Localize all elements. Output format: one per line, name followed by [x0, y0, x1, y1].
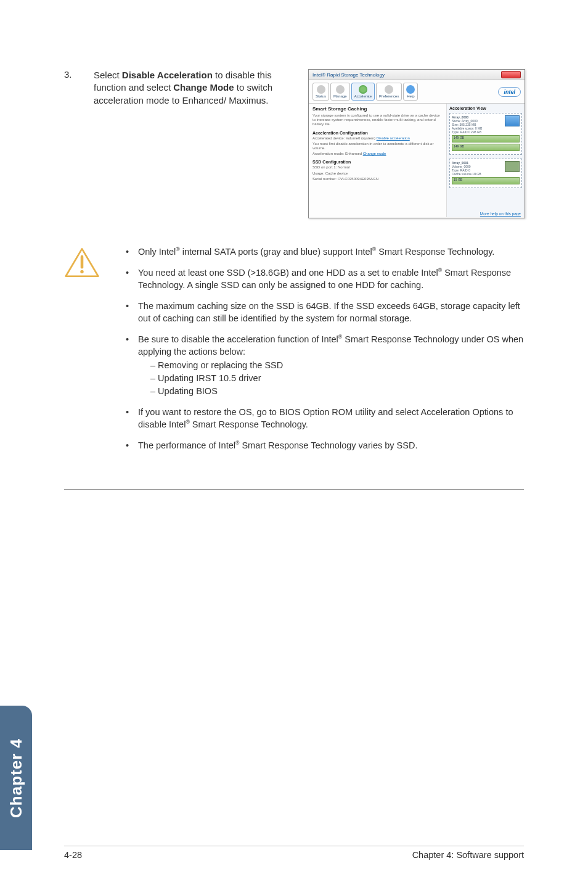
chapter-side-label: Chapter 4 [7, 738, 26, 818]
array0-bar2: 149 GB [452, 144, 520, 151]
note-item-3: The maximum caching size on the SSD is 6… [121, 300, 524, 324]
step-disable-label: Disable Acceleration [122, 70, 213, 80]
array1-bar: 19 GB [452, 177, 520, 184]
accel-mode-text: Acceleration mode: Enhanced [312, 152, 363, 155]
array1-cache: Cache volume 18 GB [452, 172, 520, 176]
tab-manage-label: Manage [333, 94, 347, 98]
ssd-config-heading: SSD Configuration [312, 160, 443, 164]
accel-mode-line: Acceleration mode: Enhanced Change mode [312, 152, 443, 156]
tab-help-label: Help [407, 94, 414, 98]
preferences-icon [385, 85, 393, 94]
note4-sublist: – Removing or replacing the SSD – Updati… [138, 359, 524, 397]
help-icon [406, 85, 415, 94]
note4-pre: Be sure to disable the acceleration func… [138, 334, 338, 344]
disable-acceleration-link[interactable]: Disable acceleration [377, 136, 410, 140]
chapter-side-tab: Chapter 4 [0, 706, 32, 850]
note-item-4: Be sure to disable the acceleration func… [121, 333, 524, 397]
array-0000-box: Array_0000 Name: Array_0000 Size: 305,23… [449, 113, 522, 155]
window-body: Smart Storage Caching Your storage syste… [309, 104, 525, 217]
status-icon [317, 85, 325, 94]
note1-tail: Smart Response Technology. [376, 247, 494, 257]
page-number: 4-28 [64, 850, 82, 860]
page-footer: 4-28 Chapter 4: Software support [64, 846, 524, 860]
note4-sub-1: – Removing or replacing the SSD [150, 359, 524, 371]
serial-text: Serial number: CVLC0350094E035AGN [312, 177, 443, 181]
array1-bar-label: 19 GB [452, 178, 462, 181]
intel-logo: intel [498, 87, 521, 97]
accel-config-heading: Acceleration Configuration [312, 131, 443, 135]
note4-sub-3: – Updating BIOS [150, 385, 524, 397]
tab-status[interactable]: Status [312, 83, 329, 101]
array0-type: Type: RAID 0 298 GB [452, 130, 520, 134]
accel-device-text: Accelerated device: Volume0 (system) [312, 136, 377, 140]
smart-storage-heading: Smart Storage Caching [312, 106, 443, 112]
note5-tail: Smart Response Technology. [190, 419, 308, 429]
window-titlebar: Intel® Rapid Storage Technology [309, 70, 525, 80]
note6-tail: Smart Response Technology varies by SSD. [239, 440, 417, 450]
usage-text: Usage: Cache device [312, 171, 443, 176]
array0-bar2-label: 149 GB [452, 144, 464, 148]
left-panel: Smart Storage Caching Your storage syste… [309, 104, 447, 217]
right-panel: Acceleration View Array_0000 Name: Array… [447, 104, 525, 217]
step-body: Select Disable Acceleration to disable t… [94, 69, 279, 218]
warning-icon [64, 245, 102, 460]
step-text: 3. Select Disable Acceleration to disabl… [64, 69, 279, 218]
step-row: 3. Select Disable Acceleration to disabl… [64, 69, 514, 218]
screenshot-container: Intel® Rapid Storage Technology Status M… [308, 69, 525, 218]
step-number: 3. [64, 69, 76, 218]
accel-view-heading: Acceleration View [449, 106, 522, 110]
note6-pre: The performance of Intel [138, 440, 235, 450]
close-icon[interactable] [501, 71, 521, 78]
tab-preferences[interactable]: Preferences [376, 83, 402, 101]
note4-sub-2: – Updating IRST 10.5 driver [150, 372, 524, 384]
tab-preferences-label: Preferences [379, 94, 399, 98]
footer-chapter-title: Chapter 4: Software support [412, 850, 524, 860]
note3-text: The maximum caching size on the SSD is 6… [138, 301, 520, 323]
ssd-port-text: SSD on port 1: Normal [312, 165, 443, 170]
drive-icon [505, 115, 520, 126]
manage-icon [336, 85, 345, 94]
tab-manage[interactable]: Manage [330, 83, 350, 101]
hdd-icon [505, 161, 520, 172]
svg-point-2 [80, 270, 83, 273]
note-item-2: You need at least one SSD (>18.6GB) and … [121, 266, 524, 291]
note-item-5: If you want to restore the OS, go to BIO… [121, 406, 524, 431]
note1-mid: internal SATA ports (gray and blue) supp… [180, 247, 372, 257]
more-help-link[interactable]: More help on this page [480, 212, 521, 216]
accel-device-line: Accelerated device: Volume0 (system) Dis… [312, 136, 443, 141]
must-first-text: You must first disable acceleration in o… [312, 142, 443, 151]
rst-window: Intel® Rapid Storage Technology Status M… [308, 69, 525, 218]
intro-text: Your storage system is configured to use… [312, 113, 443, 127]
window-title: Intel® Rapid Storage Technology [312, 72, 385, 78]
step-change-label: Change Mode [173, 82, 234, 93]
note-item-1: Only Intel® internal SATA ports (gray an… [121, 245, 524, 258]
array-0001-box: Array_0001 Volume_0000 Type: RAID 0 Cach… [449, 159, 522, 188]
note1-pre: Only Intel [138, 247, 176, 257]
tab-accelerate-label: Accelerate [354, 94, 372, 98]
divider-line [64, 489, 524, 490]
note-block: Only Intel® internal SATA ports (gray an… [64, 245, 524, 460]
array0-bar1: 149 GB [452, 135, 520, 142]
tab-help[interactable]: Help [403, 83, 418, 101]
change-mode-link[interactable]: Change mode [363, 152, 386, 155]
tab-status-label: Status [316, 94, 326, 98]
accelerate-icon [359, 85, 367, 94]
note2-pre: You need at least one SSD (>18.6GB) and … [138, 268, 438, 278]
note-item-6: The performance of Intel® Smart Response… [121, 439, 524, 452]
tab-accelerate[interactable]: Accelerate [351, 83, 375, 101]
window-tabs: Status Manage Accelerate Preferences Hel… [309, 80, 525, 104]
array0-bar1-label: 149 GB [452, 136, 464, 139]
notes-list: Only Intel® internal SATA ports (gray an… [121, 245, 524, 460]
step-text-1: Select [94, 70, 122, 80]
